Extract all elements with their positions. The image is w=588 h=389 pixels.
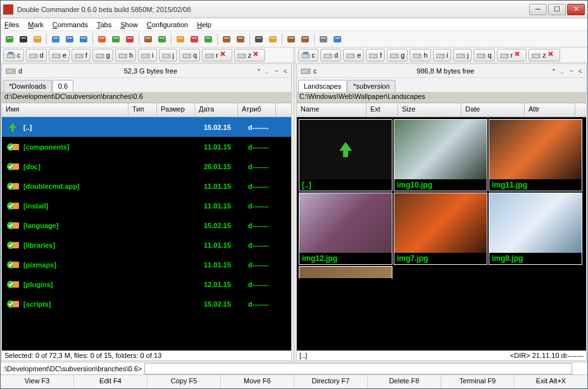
fkey-button[interactable]: Copy F5 [147, 375, 221, 388]
right-drive-h[interactable]: h [410, 49, 430, 61]
file-row[interactable]: [pixmaps]11.01.15d------- [2, 255, 291, 274]
toolbar-button-20[interactable] [317, 33, 330, 46]
toolbar-button-17[interactable] [266, 33, 279, 46]
toolbar-button-11[interactable] [174, 33, 187, 46]
thumbnail[interactable] [299, 266, 392, 279]
left-drive-d[interactable]: d [26, 49, 47, 61]
left-drive-f[interactable]: f [72, 49, 91, 61]
left-drive-c[interactable]: c [3, 49, 24, 61]
command-input[interactable] [144, 363, 572, 374]
right-drive-f[interactable]: f [366, 49, 385, 61]
left-tab[interactable]: 0.6 [53, 80, 73, 92]
left-path[interactable]: d:\Development\DC\subversion\branches\0.… [2, 92, 291, 103]
left-drive-j[interactable]: j [159, 49, 177, 61]
left-column-header[interactable]: Размер [157, 103, 195, 117]
left-nav-~[interactable]: ~ [274, 67, 278, 75]
left-column-header[interactable]: Атриб [238, 103, 276, 117]
toolbar-button-2[interactable] [31, 33, 44, 46]
file-row[interactable]: [doublecmd.app]11.01.15d------- [2, 176, 291, 196]
left-drive-z[interactable]: z [234, 49, 266, 61]
file-row[interactable]: [doc]26.01.15d------- [2, 156, 291, 176]
right-drive-z[interactable]: z [529, 49, 560, 61]
thumbnail[interactable]: img10.jpg [394, 119, 487, 191]
fkey-button[interactable]: Terminal F9 [441, 375, 515, 388]
left-column-header[interactable]: Тип [128, 103, 157, 117]
right-nav-~[interactable]: ~ [569, 67, 573, 75]
left-nav-..[interactable]: .. [265, 67, 269, 75]
right-column-header[interactable]: Date [461, 103, 525, 117]
right-tab[interactable]: *subversion [347, 80, 395, 92]
right-nav-*[interactable]: * [553, 67, 555, 75]
toolbar-button-19[interactable] [299, 33, 311, 46]
panel-splitter[interactable] [292, 63, 296, 362]
toolbar-button-12[interactable] [188, 33, 201, 46]
left-nav-*[interactable]: * [258, 67, 260, 75]
right-tab[interactable]: Landscapes [298, 80, 347, 92]
fkey-button[interactable]: View F3 [1, 375, 74, 388]
right-drive-g[interactable]: g [387, 49, 408, 61]
thumbnail[interactable]: img11.jpg [489, 119, 582, 191]
fkey-button[interactable]: Move F6 [221, 375, 294, 388]
thumbnail[interactable]: [..] [299, 119, 392, 191]
close-button[interactable]: ✕ [567, 4, 585, 15]
right-drive-c[interactable]: c [298, 49, 319, 61]
left-drive-letter[interactable]: d [18, 67, 22, 75]
left-drive-h[interactable]: h [115, 49, 136, 61]
toolbar-button-1[interactable] [17, 33, 30, 46]
file-row[interactable]: [..]15.02.15d------- [2, 117, 291, 137]
right-nav-..[interactable]: .. [560, 67, 564, 75]
toolbar-button-14[interactable] [220, 33, 233, 46]
toolbar-button-16[interactable] [253, 33, 265, 46]
left-tab[interactable]: *Downloads [3, 80, 52, 92]
right-path[interactable]: C:\Windows\Web\Wallpaper\Landscapes [297, 92, 586, 103]
toolbar-button-21[interactable] [331, 33, 344, 46]
right-drive-j[interactable]: j [453, 49, 472, 61]
fkey-button[interactable]: Directory F7 [294, 375, 368, 388]
file-row[interactable]: [language]15.02.15d------- [2, 215, 291, 235]
toolbar-button-9[interactable] [142, 33, 154, 46]
right-drive-q[interactable]: q [473, 49, 494, 61]
left-drive-g[interactable]: g [92, 49, 113, 61]
right-drive-d[interactable]: d [320, 49, 341, 61]
right-column-header[interactable]: Ext [366, 103, 398, 117]
right-drive-i[interactable]: i [433, 49, 451, 61]
fkey-button[interactable]: Exit Alt+X [515, 375, 587, 388]
left-column-header[interactable]: Имя [2, 103, 128, 117]
fkey-button[interactable]: Edit F4 [74, 375, 147, 388]
maximize-button[interactable]: ☐ [548, 4, 566, 15]
right-column-header[interactable]: Attr [525, 103, 575, 117]
toolbar-button-15[interactable] [234, 33, 247, 46]
menu-configuration[interactable]: Configuration [147, 21, 188, 29]
right-drive-letter[interactable]: c [313, 67, 317, 75]
left-drive-r[interactable]: r [202, 49, 232, 61]
right-drive-r[interactable]: r [497, 49, 527, 61]
file-row[interactable]: [install]11.01.15d------- [2, 196, 291, 215]
right-column-header[interactable]: Name [297, 103, 366, 117]
toolbar-button-7[interactable] [109, 33, 122, 46]
menu-tabs[interactable]: Tabs [97, 21, 111, 29]
left-column-header[interactable]: Дата [195, 103, 238, 117]
left-file-list[interactable]: [..]15.02.15d-------[components]11.01.15… [2, 117, 291, 350]
left-drive-q[interactable]: q [179, 49, 200, 61]
toolbar-button-5[interactable] [77, 33, 90, 46]
right-drive-e[interactable]: e [343, 49, 364, 61]
toolbar-button-0[interactable] [3, 33, 16, 46]
minimize-button[interactable]: ─ [529, 4, 547, 15]
left-drive-e[interactable]: e [49, 49, 70, 61]
right-column-header[interactable]: Size [398, 103, 461, 117]
toolbar-button-10[interactable] [156, 33, 168, 46]
thumbnail[interactable]: img7.jpg [394, 193, 487, 265]
file-row[interactable]: [libraries]11.01.15d------- [2, 235, 291, 255]
toolbar-button-8[interactable] [123, 33, 136, 46]
left-drive-i[interactable]: i [138, 49, 156, 61]
toolbar-button-6[interactable] [96, 33, 108, 46]
menu-commands[interactable]: Commands [53, 21, 88, 29]
toolbar-button-18[interactable] [285, 33, 297, 46]
toolbar-button-4[interactable] [63, 33, 76, 46]
file-row[interactable]: [scripts]15.02.15d------- [2, 294, 291, 314]
menu-help[interactable]: Help [197, 21, 211, 29]
left-nav-<[interactable]: < [284, 67, 287, 75]
menu-mark[interactable]: Mark [28, 21, 43, 29]
thumbnail[interactable]: img8.jpg [489, 193, 582, 265]
menu-files[interactable]: Files [4, 21, 19, 29]
